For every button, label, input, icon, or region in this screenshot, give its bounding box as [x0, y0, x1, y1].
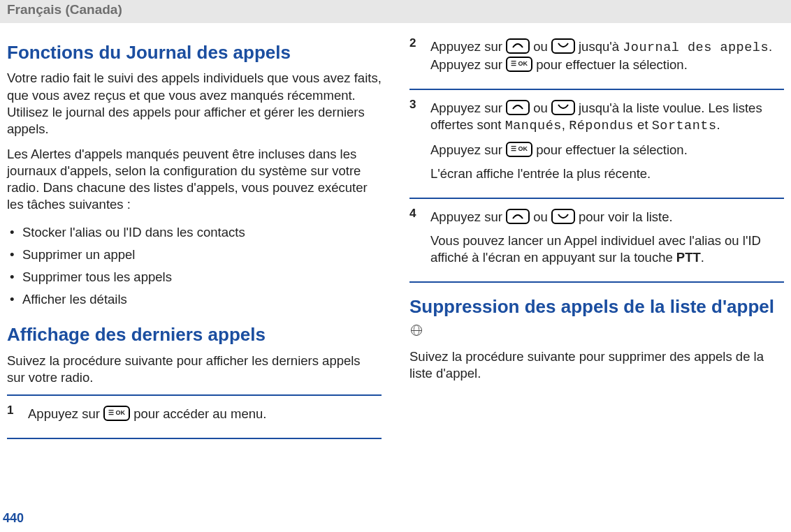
down-arrow-icon	[551, 38, 575, 54]
left-column: Fonctions du Journal des appels Votre ra…	[7, 29, 382, 439]
section-heading-view-recent: Affichage des derniers appels	[7, 323, 382, 347]
step-text: Vous pouvez lancer un Appel individuel a…	[430, 232, 784, 266]
list-item: Stocker l'alias ou l'ID dans les contact…	[7, 221, 382, 244]
down-arrow-icon	[551, 100, 575, 115]
step-text: Appuyez sur ou jusqu'à Journal des appel…	[430, 38, 784, 73]
delete-intro: Suivez la procédure suivante pour suppri…	[409, 348, 784, 382]
step-text: L'écran affiche l'entrée la plus récente…	[430, 165, 784, 182]
language-header: Français (Canada)	[0, 0, 791, 23]
page-number: 440	[3, 510, 24, 526]
intro-paragraph-1: Votre radio fait le suivi des appels ind…	[7, 70, 382, 137]
menu-item-journal: Journal des appels	[623, 40, 769, 55]
ok-button-icon	[506, 142, 532, 157]
option-answered: Répondus	[569, 119, 634, 133]
down-arrow-icon	[551, 209, 575, 224]
intro-paragraph-2: Les Alertes d'appels manqués peuvent êtr…	[7, 146, 382, 213]
step-2: 2 Appuyez sur ou jusqu'à Journal des app…	[409, 29, 784, 89]
step-number: 4	[409, 206, 430, 273]
up-arrow-icon	[506, 209, 530, 224]
step-body: Appuyez sur ou pour voir la liste. Vous …	[430, 206, 784, 273]
section-heading-delete-calls: Suppression des appels de la liste d'app…	[409, 295, 784, 343]
step-text: Appuyez sur pour effectuer la sélection.	[430, 142, 784, 158]
step-body: Appuyez sur ou jusqu'à Journal des appel…	[430, 36, 784, 80]
procedure-intro: Suivez la procédure suivante pour affich…	[7, 353, 382, 386]
list-item: Supprimer tous les appels	[7, 266, 382, 288]
task-list: Stocker l'alias ou l'ID dans les contact…	[7, 221, 382, 311]
step-3: 3 Appuyez sur ou jusqu'à la liste voulue…	[409, 89, 784, 198]
page-content: Fonctions du Journal des appels Votre ra…	[0, 23, 791, 439]
step-number: 1	[7, 403, 28, 429]
step-body: Appuyez sur pour accéder au menu.	[28, 403, 382, 429]
up-arrow-icon	[506, 100, 530, 115]
step-4: 4 Appuyez sur ou pour voir la liste. Vou…	[409, 198, 784, 283]
steps-container: 1 Appuyez sur pour accéder au menu.	[7, 394, 382, 439]
ok-button-icon	[506, 57, 532, 72]
ok-button-icon	[103, 406, 130, 421]
globe-icon	[411, 325, 422, 336]
step-1: 1 Appuyez sur pour accéder au menu.	[7, 394, 382, 439]
step-text: Appuyez sur ou pour voir la liste.	[430, 209, 784, 226]
step-text: Appuyez sur pour accéder au menu.	[28, 406, 382, 422]
option-missed: Manqués	[505, 119, 562, 133]
option-outgoing: Sortants	[652, 119, 717, 133]
step-number: 3	[409, 97, 430, 189]
language-label: Français (Canada)	[7, 2, 122, 17]
up-arrow-icon	[506, 38, 530, 54]
step-body: Appuyez sur ou jusqu'à la liste voulue. …	[430, 97, 784, 189]
right-column: 2 Appuyez sur ou jusqu'à Journal des app…	[409, 29, 784, 439]
steps-container-right: 2 Appuyez sur ou jusqu'à Journal des app…	[409, 29, 784, 283]
section-heading-call-log-functions: Fonctions du Journal des appels	[7, 41, 382, 65]
list-item: Afficher les détails	[7, 288, 382, 311]
step-text: Appuyez sur ou jusqu'à la liste voulue. …	[430, 100, 784, 135]
step-number: 2	[409, 36, 430, 80]
list-item: Supprimer un appel	[7, 244, 382, 266]
ptt-label: PTT	[676, 250, 701, 265]
